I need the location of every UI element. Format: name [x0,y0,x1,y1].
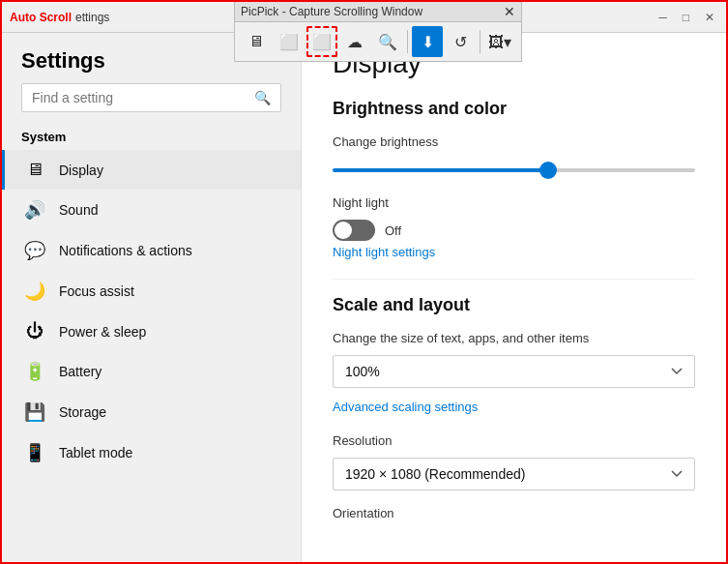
sidebar-item-label: Tablet mode [59,445,132,460]
search-icon: 🔍 [254,90,271,105]
display-icon: 🖥 [24,160,45,180]
brightness-section-heading: Brightness and color [333,99,695,119]
sidebar-item-battery[interactable]: 🔋 Battery [2,351,301,392]
minimize-btn[interactable]: ─ [655,11,671,24]
night-light-row: Off [333,220,695,241]
scale-dropdown[interactable]: 100%125%150%175% [333,355,695,388]
picpick-download-btn[interactable]: ⬇ [412,26,443,57]
scale-label: Change the size of text, apps, and other… [333,331,695,345]
night-light-settings-link[interactable]: Night light settings [333,245,695,259]
picpick-monitor-btn[interactable]: 🖥 [241,26,272,57]
search-box: 🔍 [21,83,281,112]
sidebar-item-label: Battery [59,364,102,379]
sidebar-item-power[interactable]: ⏻ Power & sleep [2,312,301,351]
sidebar-item-tablet[interactable]: 📱 Tablet mode [2,432,301,473]
night-light-label: Night light [333,195,695,210]
sound-icon: 🔊 [24,199,45,221]
battery-icon: 🔋 [24,361,45,382]
night-light-state-label: Off [385,223,401,238]
section-divider [333,279,695,280]
orientation-label: Orientation [333,506,695,520]
sidebar-item-label: Storage [59,404,106,420]
sidebar-item-storage[interactable]: 💾 Storage [2,392,301,432]
sidebar-item-label: Sound [59,202,98,218]
search-input[interactable] [32,90,254,105]
picpick-titlebar: PicPick - Capture Scrolling Window ✕ [235,2,521,22]
sidebar-item-label: Notifications & actions [59,243,192,258]
resolution-dropdown[interactable]: 1920 × 1080 (Recommended)1600 × 9001280 … [333,458,695,490]
tablet-icon: 📱 [24,442,45,463]
settings-suffix-label: ettings [75,11,109,24]
brightness-label: Change brightness [333,134,695,149]
toolbar-separator-2 [480,30,480,53]
scale-section-heading: Scale and layout [333,295,695,315]
advanced-scaling-link[interactable]: Advanced scaling settings [333,400,695,414]
maximize-btn[interactable]: □ [679,11,693,24]
title-bar-right: ─ □ ✕ [655,11,718,24]
resolution-dropdown-row: 1920 × 1080 (Recommended)1600 × 9001280 … [333,458,695,490]
notifications-icon: 💬 [24,240,45,261]
picpick-image-btn[interactable]: 🖼▾ [484,26,515,57]
title-bar-left: Auto Scroll ettings [10,11,109,24]
picpick-lens-btn[interactable]: 🔍 [372,26,403,57]
picpick-cloud-btn[interactable]: ☁ [339,26,370,57]
nav-items: 🖥 Display 🔊 Sound 💬 Notifications & acti… [2,150,301,564]
toggle-knob [335,222,352,239]
picpick-region-btn[interactable]: ⬜ [306,26,337,57]
scale-dropdown-row: 100%125%150%175% [333,355,695,388]
close-btn[interactable]: ✕ [701,11,718,24]
sidebar-item-label: Display [59,163,103,178]
picpick-overlay: PicPick - Capture Scrolling Window ✕ 🖥 ⬜… [234,2,522,62]
toolbar-separator [407,30,408,53]
picpick-selection-btn[interactable]: ⬜ [274,26,305,57]
main-container: Settings 🔍 System 🖥 Display 🔊 Sound 💬 No… [2,33,726,564]
focus-icon: 🌙 [24,281,45,302]
power-icon: ⏻ [24,321,45,341]
resolution-label: Resolution [333,433,695,448]
sidebar-item-label: Focus assist [59,283,134,299]
sidebar-item-label: Power & sleep [59,324,146,340]
storage-icon: 💾 [24,401,45,423]
sidebar-item-focus[interactable]: 🌙 Focus assist [2,271,301,312]
brightness-slider-container [333,159,695,176]
picpick-close-btn[interactable]: ✕ [504,4,515,19]
auto-scroll-label: Auto Scroll [10,11,72,24]
brightness-slider[interactable] [333,168,695,172]
sidebar: Settings 🔍 System 🖥 Display 🔊 Sound 💬 No… [2,33,302,564]
sidebar-item-notifications[interactable]: 💬 Notifications & actions [2,230,301,271]
sidebar-item-display[interactable]: 🖥 Display [2,150,301,190]
night-light-toggle[interactable] [333,220,375,241]
picpick-tools: 🖥 ⬜ ⬜ ☁ 🔍 ⬇ ↺ 🖼▾ [235,22,521,61]
sidebar-section-label: System [2,120,301,150]
sidebar-item-sound[interactable]: 🔊 Sound [2,190,301,230]
content-area: Display Brightness and color Change brig… [302,33,726,564]
picpick-refresh-btn[interactable]: ↺ [445,26,476,57]
picpick-title: PicPick - Capture Scrolling Window [241,5,422,18]
